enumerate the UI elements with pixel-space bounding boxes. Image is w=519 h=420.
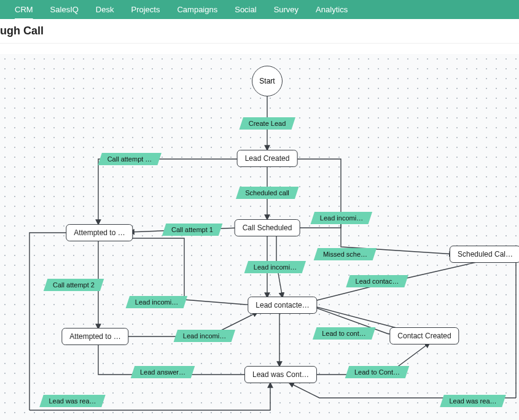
edge-lead-to-cont-2[interactable]: Lead to Cont… [345,366,409,378]
node-lead-contacted[interactable]: Lead contacte… [248,297,317,314]
edge-lead-answer[interactable]: Lead answer… [131,366,195,378]
node-scheduled-call[interactable]: Scheduled Cal… [450,246,519,263]
nav-desk[interactable]: Desk [87,1,123,18]
nav-salesiq[interactable]: SalesIQ [42,1,87,18]
start-node[interactable]: Start [252,66,283,96]
edge-missed-sched[interactable]: Missed sche… [314,248,377,260]
edge-lead-to-cont-1[interactable]: Lead to cont… [313,327,375,340]
node-attempted-2[interactable]: Attempted to … [61,328,128,345]
node-call-scheduled[interactable]: Call Scheduled [235,219,300,236]
edge-create-lead[interactable]: Create Lead [239,117,295,130]
edge-lead-was-rea-l[interactable]: Lead was rea… [39,395,106,407]
nav-analytics[interactable]: Analytics [307,1,356,18]
node-attempted-1[interactable]: Attempted to … [66,224,133,241]
edge-call-attempt-2[interactable]: Call attempt 2 [44,279,104,291]
edge-lead-incoming-4[interactable]: Lead incomi… [174,330,236,342]
nav-campaigns[interactable]: Campaigns [168,1,226,18]
edge-call-attempt-1[interactable]: Call attempt 1 [162,224,222,236]
top-nav: CRM SalesIQ Desk Projects Campaigns Soci… [0,0,519,19]
nav-survey[interactable]: Survey [265,1,307,18]
edge-lead-incoming-2[interactable]: Lead incomi… [244,261,306,273]
edge-lead-contac[interactable]: Lead contac… [346,275,408,287]
start-label: Start [259,77,275,85]
nav-social[interactable]: Social [226,1,265,18]
node-contact-created[interactable]: Contact Created [389,327,459,344]
edge-lead-incoming-3[interactable]: Lead incomi… [126,296,188,308]
page-title-bar: ugh Call [0,19,519,44]
flow-canvas[interactable]: Start Lead Created Call Scheduled Attemp… [0,54,519,420]
nav-projects[interactable]: Projects [122,1,168,18]
edge-scheduled-call[interactable]: Scheduled call [236,187,299,199]
node-lead-created[interactable]: Lead Created [237,150,298,167]
node-lead-was-cont[interactable]: Lead was Cont… [244,366,317,383]
page-title: ugh Call [0,25,44,37]
edge-lead-was-rea-r[interactable]: Lead was rea… [440,395,506,407]
nav-crm[interactable]: CRM [6,1,42,18]
edge-lead-incoming-1[interactable]: Lead incomi… [311,212,373,224]
edge-call-attempt-top[interactable]: Call attempt … [98,153,161,165]
